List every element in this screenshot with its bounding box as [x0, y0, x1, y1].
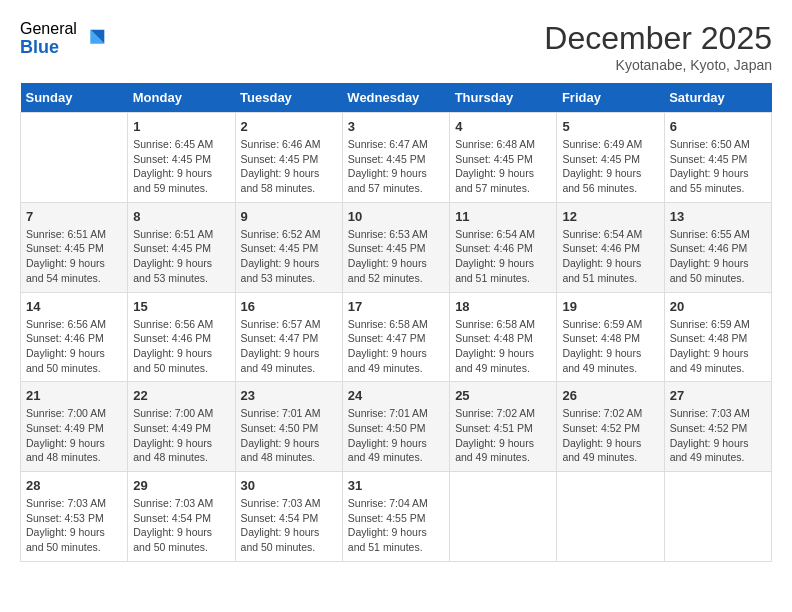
- day-info: Sunrise: 6:56 AM Sunset: 4:46 PM Dayligh…: [26, 317, 122, 376]
- calendar-cell: 1Sunrise: 6:45 AM Sunset: 4:45 PM Daylig…: [128, 113, 235, 203]
- day-number: 13: [670, 209, 766, 224]
- day-number: 11: [455, 209, 551, 224]
- calendar-cell: 3Sunrise: 6:47 AM Sunset: 4:45 PM Daylig…: [342, 113, 449, 203]
- calendar-cell: 28Sunrise: 7:03 AM Sunset: 4:53 PM Dayli…: [21, 472, 128, 562]
- day-info: Sunrise: 7:04 AM Sunset: 4:55 PM Dayligh…: [348, 496, 444, 555]
- day-number: 2: [241, 119, 337, 134]
- calendar-cell: 27Sunrise: 7:03 AM Sunset: 4:52 PM Dayli…: [664, 382, 771, 472]
- day-info: Sunrise: 6:46 AM Sunset: 4:45 PM Dayligh…: [241, 137, 337, 196]
- calendar-cell: 5Sunrise: 6:49 AM Sunset: 4:45 PM Daylig…: [557, 113, 664, 203]
- day-info: Sunrise: 6:55 AM Sunset: 4:46 PM Dayligh…: [670, 227, 766, 286]
- day-info: Sunrise: 6:48 AM Sunset: 4:45 PM Dayligh…: [455, 137, 551, 196]
- logo-blue: Blue: [20, 38, 77, 58]
- day-info: Sunrise: 6:54 AM Sunset: 4:46 PM Dayligh…: [562, 227, 658, 286]
- day-info: Sunrise: 6:51 AM Sunset: 4:45 PM Dayligh…: [26, 227, 122, 286]
- day-number: 23: [241, 388, 337, 403]
- calendar-cell: 6Sunrise: 6:50 AM Sunset: 4:45 PM Daylig…: [664, 113, 771, 203]
- calendar-cell: 7Sunrise: 6:51 AM Sunset: 4:45 PM Daylig…: [21, 202, 128, 292]
- day-number: 17: [348, 299, 444, 314]
- weekday-header-saturday: Saturday: [664, 83, 771, 113]
- calendar-cell: 15Sunrise: 6:56 AM Sunset: 4:46 PM Dayli…: [128, 292, 235, 382]
- calendar-cell: [664, 472, 771, 562]
- day-info: Sunrise: 7:00 AM Sunset: 4:49 PM Dayligh…: [133, 406, 229, 465]
- day-number: 4: [455, 119, 551, 134]
- day-info: Sunrise: 7:02 AM Sunset: 4:51 PM Dayligh…: [455, 406, 551, 465]
- day-number: 5: [562, 119, 658, 134]
- day-info: Sunrise: 7:01 AM Sunset: 4:50 PM Dayligh…: [348, 406, 444, 465]
- calendar-cell: 24Sunrise: 7:01 AM Sunset: 4:50 PM Dayli…: [342, 382, 449, 472]
- calendar-cell: 20Sunrise: 6:59 AM Sunset: 4:48 PM Dayli…: [664, 292, 771, 382]
- calendar-week-row: 7Sunrise: 6:51 AM Sunset: 4:45 PM Daylig…: [21, 202, 772, 292]
- weekday-header-sunday: Sunday: [21, 83, 128, 113]
- day-number: 8: [133, 209, 229, 224]
- calendar-cell: 10Sunrise: 6:53 AM Sunset: 4:45 PM Dayli…: [342, 202, 449, 292]
- day-info: Sunrise: 7:03 AM Sunset: 4:54 PM Dayligh…: [241, 496, 337, 555]
- calendar-cell: 4Sunrise: 6:48 AM Sunset: 4:45 PM Daylig…: [450, 113, 557, 203]
- calendar-cell: 9Sunrise: 6:52 AM Sunset: 4:45 PM Daylig…: [235, 202, 342, 292]
- day-number: 14: [26, 299, 122, 314]
- logo: General Blue: [20, 20, 109, 57]
- calendar-cell: 16Sunrise: 6:57 AM Sunset: 4:47 PM Dayli…: [235, 292, 342, 382]
- day-info: Sunrise: 6:59 AM Sunset: 4:48 PM Dayligh…: [670, 317, 766, 376]
- day-number: 7: [26, 209, 122, 224]
- day-number: 15: [133, 299, 229, 314]
- calendar-cell: 17Sunrise: 6:58 AM Sunset: 4:47 PM Dayli…: [342, 292, 449, 382]
- day-number: 31: [348, 478, 444, 493]
- day-info: Sunrise: 6:57 AM Sunset: 4:47 PM Dayligh…: [241, 317, 337, 376]
- day-number: 24: [348, 388, 444, 403]
- day-number: 19: [562, 299, 658, 314]
- calendar-cell: [450, 472, 557, 562]
- location-subtitle: Kyotanabe, Kyoto, Japan: [544, 57, 772, 73]
- weekday-header-row: SundayMondayTuesdayWednesdayThursdayFrid…: [21, 83, 772, 113]
- calendar-cell: 21Sunrise: 7:00 AM Sunset: 4:49 PM Dayli…: [21, 382, 128, 472]
- day-number: 29: [133, 478, 229, 493]
- calendar-cell: 19Sunrise: 6:59 AM Sunset: 4:48 PM Dayli…: [557, 292, 664, 382]
- day-info: Sunrise: 7:03 AM Sunset: 4:52 PM Dayligh…: [670, 406, 766, 465]
- calendar-cell: [21, 113, 128, 203]
- calendar-cell: 22Sunrise: 7:00 AM Sunset: 4:49 PM Dayli…: [128, 382, 235, 472]
- day-number: 10: [348, 209, 444, 224]
- day-number: 25: [455, 388, 551, 403]
- title-block: December 2025 Kyotanabe, Kyoto, Japan: [544, 20, 772, 73]
- calendar-cell: 31Sunrise: 7:04 AM Sunset: 4:55 PM Dayli…: [342, 472, 449, 562]
- weekday-header-friday: Friday: [557, 83, 664, 113]
- calendar-cell: 14Sunrise: 6:56 AM Sunset: 4:46 PM Dayli…: [21, 292, 128, 382]
- day-number: 27: [670, 388, 766, 403]
- weekday-header-monday: Monday: [128, 83, 235, 113]
- day-info: Sunrise: 7:03 AM Sunset: 4:54 PM Dayligh…: [133, 496, 229, 555]
- calendar-cell: 11Sunrise: 6:54 AM Sunset: 4:46 PM Dayli…: [450, 202, 557, 292]
- calendar-cell: 25Sunrise: 7:02 AM Sunset: 4:51 PM Dayli…: [450, 382, 557, 472]
- day-number: 18: [455, 299, 551, 314]
- day-info: Sunrise: 7:03 AM Sunset: 4:53 PM Dayligh…: [26, 496, 122, 555]
- calendar-week-row: 14Sunrise: 6:56 AM Sunset: 4:46 PM Dayli…: [21, 292, 772, 382]
- calendar-cell: 13Sunrise: 6:55 AM Sunset: 4:46 PM Dayli…: [664, 202, 771, 292]
- day-number: 21: [26, 388, 122, 403]
- day-number: 16: [241, 299, 337, 314]
- weekday-header-tuesday: Tuesday: [235, 83, 342, 113]
- day-number: 9: [241, 209, 337, 224]
- day-number: 22: [133, 388, 229, 403]
- day-info: Sunrise: 6:50 AM Sunset: 4:45 PM Dayligh…: [670, 137, 766, 196]
- calendar-cell: 26Sunrise: 7:02 AM Sunset: 4:52 PM Dayli…: [557, 382, 664, 472]
- day-number: 1: [133, 119, 229, 134]
- day-info: Sunrise: 6:51 AM Sunset: 4:45 PM Dayligh…: [133, 227, 229, 286]
- calendar-week-row: 21Sunrise: 7:00 AM Sunset: 4:49 PM Dayli…: [21, 382, 772, 472]
- day-number: 3: [348, 119, 444, 134]
- calendar-cell: 18Sunrise: 6:58 AM Sunset: 4:48 PM Dayli…: [450, 292, 557, 382]
- day-info: Sunrise: 7:01 AM Sunset: 4:50 PM Dayligh…: [241, 406, 337, 465]
- day-info: Sunrise: 6:54 AM Sunset: 4:46 PM Dayligh…: [455, 227, 551, 286]
- day-info: Sunrise: 6:58 AM Sunset: 4:48 PM Dayligh…: [455, 317, 551, 376]
- calendar-cell: 23Sunrise: 7:01 AM Sunset: 4:50 PM Dayli…: [235, 382, 342, 472]
- calendar-cell: [557, 472, 664, 562]
- day-info: Sunrise: 7:02 AM Sunset: 4:52 PM Dayligh…: [562, 406, 658, 465]
- calendar-cell: 29Sunrise: 7:03 AM Sunset: 4:54 PM Dayli…: [128, 472, 235, 562]
- day-number: 26: [562, 388, 658, 403]
- page-header: General Blue December 2025 Kyotanabe, Ky…: [20, 20, 772, 73]
- logo-icon: [81, 25, 109, 53]
- day-info: Sunrise: 6:45 AM Sunset: 4:45 PM Dayligh…: [133, 137, 229, 196]
- day-info: Sunrise: 6:58 AM Sunset: 4:47 PM Dayligh…: [348, 317, 444, 376]
- month-title: December 2025: [544, 20, 772, 57]
- day-number: 12: [562, 209, 658, 224]
- day-info: Sunrise: 6:49 AM Sunset: 4:45 PM Dayligh…: [562, 137, 658, 196]
- day-info: Sunrise: 7:00 AM Sunset: 4:49 PM Dayligh…: [26, 406, 122, 465]
